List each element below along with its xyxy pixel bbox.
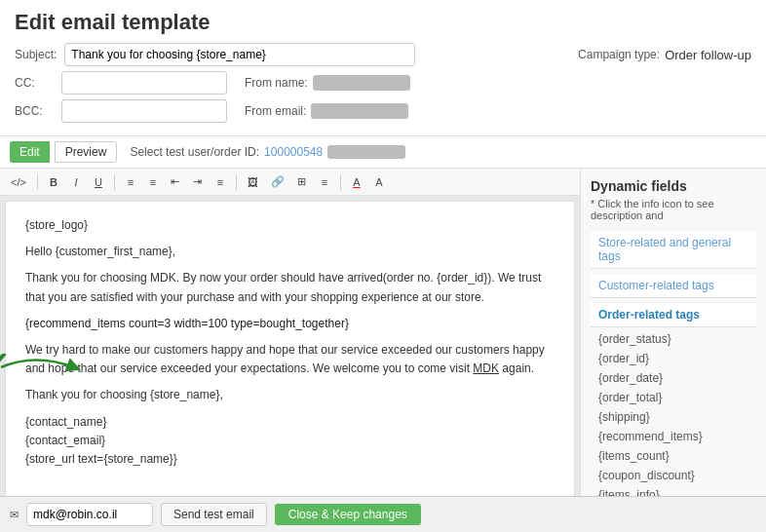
dynamic-fields-title: Dynamic fields — [591, 178, 756, 194]
main-area: </> B I U ≡ ≡ ⇤ ⇥ ≡ 🖼 🔗 ⊞ ≡ A A — [0, 169, 766, 496]
sep3 — [236, 174, 237, 190]
bg-color-btn[interactable]: A — [369, 173, 389, 191]
customer-tags-section: Customer-related tags — [591, 274, 756, 298]
page-title: Edit email template — [15, 10, 751, 35]
order-tags-header[interactable]: Order-related tags — [591, 303, 756, 327]
mode-toolbar: Edit Preview Select test user/order ID: … — [0, 136, 766, 169]
from-name-group: From name: — [245, 75, 410, 91]
test-user-label: Select test user/order ID: — [130, 145, 259, 159]
store-tags-header[interactable]: Store-related and general tags — [591, 231, 756, 269]
store-logo-tag: {store_logo} — [25, 216, 555, 235]
body-para2: We try hard to make our customers happy … — [25, 341, 555, 378]
dynamic-fields-panel: Dynamic fields * Click the info icon to … — [581, 169, 766, 496]
test-email-input[interactable] — [26, 503, 153, 526]
campaign-value: Order follow-up — [665, 48, 751, 62]
link-btn[interactable]: 🔗 — [266, 172, 289, 191]
email-icon: ✉ — [10, 509, 19, 521]
bcc-row: BCC: From email: — [15, 99, 751, 123]
italic-btn[interactable]: I — [66, 173, 86, 191]
subject-input[interactable] — [64, 43, 415, 66]
contact-block: {contact_name} {contact_email} {store_ur… — [25, 413, 555, 470]
recommend-tag: {recommend_items count=3 width=100 type=… — [25, 315, 555, 333]
greeting: Hello {customer_first_name}, — [25, 243, 555, 261]
outdent-btn[interactable]: ⇤ — [166, 172, 185, 191]
from-name-masked — [313, 75, 410, 91]
indent-btn[interactable]: ⇥ — [188, 172, 208, 191]
from-email-group: From email: — [245, 103, 408, 119]
sep2 — [114, 174, 115, 190]
tag-order-total[interactable]: {order_total} — [591, 388, 756, 407]
sep4 — [340, 174, 341, 190]
sep1 — [37, 174, 38, 190]
edit-button[interactable]: Edit — [10, 141, 50, 163]
from-email-label: From email: — [245, 104, 306, 118]
closing: Thank you for choosing {store_name}, — [25, 386, 555, 404]
cc-input[interactable] — [61, 71, 227, 95]
email-content-area[interactable]: ✔ {store_logo} Hello {customer — [5, 201, 575, 496]
align-btn[interactable]: ≡ — [211, 173, 230, 191]
from-name-label: From name: — [245, 76, 308, 90]
underline-btn[interactable]: U — [89, 173, 108, 191]
bold-btn[interactable]: B — [44, 173, 63, 191]
editor-body[interactable]: ✔ {store_logo} Hello {customer — [0, 196, 580, 496]
tag-shipping[interactable]: {shipping} — [591, 407, 756, 427]
editor-panel: </> B I U ≡ ≡ ⇤ ⇥ ≡ 🖼 🔗 ⊞ ≡ A A — [0, 169, 581, 496]
table-btn[interactable]: ⊞ — [292, 172, 312, 191]
bcc-label: BCC: — [15, 104, 54, 118]
from-email-masked — [311, 103, 408, 119]
tag-order-id[interactable]: {order_id} — [591, 349, 756, 368]
page: Edit email template Subject: Campaign ty… — [0, 0, 766, 532]
tag-items-info[interactable]: {items_info} — [591, 485, 756, 496]
font-color-btn[interactable]: A — [347, 173, 366, 191]
campaign-label: Campaign type: — [578, 48, 660, 61]
image-btn[interactable]: 🖼 — [243, 173, 263, 191]
bottom-bar: ✉ Send test email Close & Keep changes — [0, 496, 766, 532]
cc-row: CC: From name: — [15, 71, 751, 95]
test-masked — [327, 145, 405, 159]
customer-tags-header[interactable]: Customer-related tags — [591, 274, 756, 298]
close-keep-button[interactable]: Close & Keep changes — [275, 504, 421, 525]
store-tags-section: Store-related and general tags — [591, 231, 756, 269]
editor-toolbar: </> B I U ≡ ≡ ⇤ ⇥ ≡ 🖼 🔗 ⊞ ≡ A A — [0, 169, 580, 196]
bcc-input[interactable] — [61, 99, 227, 123]
tag-items-count[interactable]: {items_count} — [591, 446, 756, 466]
arrow-icon — [0, 348, 84, 387]
source-btn[interactable]: </> — [6, 173, 31, 191]
subject-label: Subject: — [15, 48, 57, 61]
align2-btn[interactable]: ≡ — [315, 173, 334, 191]
cc-label: CC: — [15, 76, 54, 90]
tag-order-status[interactable]: {order_status} — [591, 329, 756, 349]
ul-btn[interactable]: ≡ — [121, 173, 140, 191]
dynamic-fields-desc: * Click the info icon to see description… — [591, 198, 756, 221]
preview-button[interactable]: Preview — [55, 141, 118, 163]
header: Edit email template Subject: Campaign ty… — [0, 0, 766, 136]
ol-btn[interactable]: ≡ — [143, 173, 163, 191]
spacer — [25, 476, 555, 496]
tag-order-date[interactable]: {order_date} — [591, 368, 756, 388]
tag-recommend-items[interactable]: {recommend_items} — [591, 427, 756, 446]
tag-coupon-discount[interactable]: {coupon_discount} — [591, 466, 756, 485]
body-para1: Thank you for choosing MDK. By now your … — [25, 269, 555, 306]
subject-row: Subject: Campaign type: Order follow-up — [15, 43, 751, 66]
order-tags-section: Order-related tags {order_status} {order… — [591, 303, 756, 496]
test-id-link[interactable]: 100000548 — [264, 145, 323, 159]
send-test-button[interactable]: Send test email — [161, 503, 267, 526]
